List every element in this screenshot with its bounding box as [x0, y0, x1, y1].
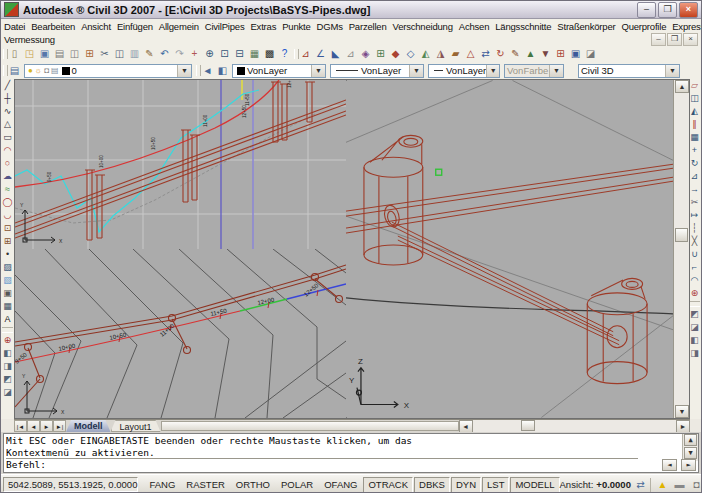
menu-express[interactable]: Express: [669, 21, 702, 32]
ellipse-arc-icon[interactable]: ◡: [1, 209, 14, 222]
alignment-icon[interactable]: ◆: [388, 47, 403, 61]
grading-icon[interactable]: ◮: [433, 47, 448, 61]
mdi-restore-button[interactable]: ❒: [667, 33, 682, 46]
tab-nav-last[interactable]: ►|: [53, 420, 66, 432]
tab-modell[interactable]: Modell: [66, 420, 111, 432]
lineweight-combo-arrow-icon[interactable]: ▼: [486, 65, 499, 77]
gradient-icon[interactable]: ▧: [1, 274, 14, 287]
layer-combo-arrow-icon[interactable]: ▼: [177, 65, 191, 77]
section-icon[interactable]: △: [463, 47, 478, 61]
profile-icon[interactable]: ◇: [403, 47, 418, 61]
surface-down-icon[interactable]: ▼: [538, 47, 553, 61]
open-icon[interactable]: ◳: [22, 47, 37, 61]
color-combo[interactable]: VonLayer ▼: [232, 64, 326, 78]
point-edit-icon[interactable]: ∠: [313, 47, 328, 61]
tool-d-icon[interactable]: ◪: [1, 386, 14, 399]
rotate-tool-icon[interactable]: ↻: [493, 47, 508, 61]
arc-icon[interactable]: ◠: [1, 144, 14, 157]
menu-längsschnitte[interactable]: Längsschnitte: [492, 21, 554, 32]
survey-icon[interactable]: ⊿: [343, 47, 358, 61]
command-scroll-down-icon[interactable]: ▼: [684, 447, 697, 459]
scroll-down-icon[interactable]: ▼: [675, 405, 689, 418]
close-button[interactable]: ×: [679, 2, 698, 18]
vertical-scroll-thumb[interactable]: [675, 228, 688, 242]
tab-nav-first[interactable]: |◄: [14, 420, 27, 432]
menu-verschneidung[interactable]: Verschneidung: [390, 21, 456, 32]
layer-states-icon[interactable]: ◧: [215, 64, 230, 78]
construction-line-icon[interactable]: ┼: [1, 92, 14, 105]
command-scroll-right-icon[interactable]: ►: [681, 459, 696, 471]
menu-extras[interactable]: Extras: [247, 21, 279, 32]
linetype-combo-arrow-icon[interactable]: ▼: [409, 65, 423, 77]
menu-punkte[interactable]: Punkte: [279, 21, 313, 32]
rectangle-icon[interactable]: ▭: [1, 131, 14, 144]
surface-icon[interactable]: ◭: [418, 47, 433, 61]
osnap-center-icon[interactable]: ⊕: [1, 334, 14, 347]
menu-allgemein[interactable]: Allgemein: [156, 21, 202, 32]
command-scrollbar[interactable]: ▲ ▼: [682, 434, 698, 461]
toggle-dbks[interactable]: DBKS: [414, 477, 450, 493]
menu-querprofile[interactable]: Querprofile: [618, 21, 669, 32]
toggle-ofang[interactable]: OFANG: [319, 477, 362, 493]
parcel-layout-icon[interactable]: ⊞: [373, 47, 388, 61]
horizontal-scrollbar[interactable]: ◄ ►: [459, 420, 690, 432]
save-icon[interactable]: ▣: [37, 47, 52, 61]
toggle-ortho[interactable]: ORTHO: [231, 477, 275, 493]
menu-datei[interactable]: Datei: [1, 21, 28, 32]
point-icon[interactable]: •: [1, 248, 14, 261]
tool-c-icon[interactable]: ◩: [1, 373, 14, 386]
report-tool-icon[interactable]: ◪: [583, 47, 598, 61]
parcel-icon[interactable]: ◈: [358, 47, 373, 61]
minimize-button[interactable]: –: [637, 2, 656, 18]
tab-layout1[interactable]: Layout1: [111, 420, 161, 432]
tab-nav-prev[interactable]: ◄: [27, 420, 40, 432]
circle-icon[interactable]: ○: [1, 157, 14, 170]
tab-nav-next[interactable]: ►: [40, 420, 53, 432]
lineweight-combo[interactable]: VonLayer ▼: [428, 64, 500, 78]
polygon-icon[interactable]: △: [1, 118, 14, 131]
zoom-window-icon[interactable]: ⊡: [217, 47, 232, 61]
tool-b-icon[interactable]: ◨: [1, 360, 14, 373]
command-scroll-left-icon[interactable]: ◄: [662, 459, 677, 471]
corridor-icon[interactable]: ▰: [448, 47, 463, 61]
pan-icon[interactable]: +: [187, 47, 202, 61]
command-history[interactable]: Mit ESC oder EINGABETASTE beenden oder r…: [6, 435, 682, 459]
table-icon[interactable]: ▦: [1, 300, 14, 313]
calculator-icon[interactable]: ▩: [262, 47, 277, 61]
toggle-otrack[interactable]: OTRACK: [363, 477, 413, 493]
coordinate-readout[interactable]: 5042.5089, 5513.1925, 0.0000: [3, 477, 138, 492]
linetype-combo[interactable]: VonLayer ▼: [330, 64, 424, 78]
revcloud-icon[interactable]: ☁: [1, 170, 14, 183]
tray-minimize-icon[interactable]: ▬: [672, 478, 687, 492]
tool-a-icon[interactable]: ◧: [1, 347, 14, 360]
menu-dgms[interactable]: DGMs: [314, 21, 346, 32]
qnew-icon[interactable]: ▯: [7, 47, 22, 61]
help-icon[interactable]: ?: [277, 47, 292, 61]
ansicht-value[interactable]: +0.0000: [596, 479, 631, 490]
mtext-icon[interactable]: A: [1, 313, 14, 326]
viewport-profile[interactable]: 9+50 10+00 10+50 11+00 11+50 12+00 12+50…: [15, 80, 347, 250]
insert-block-icon[interactable]: ⊡: [1, 222, 14, 235]
tray-warning-icon[interactable]: ▲: [655, 478, 670, 492]
region-icon[interactable]: ▣: [1, 287, 14, 300]
mdi-minimize-button[interactable]: –: [651, 33, 666, 46]
zoom-realtime-icon[interactable]: ⊕: [202, 47, 217, 61]
command-prompt[interactable]: Befehl:: [6, 458, 638, 471]
plot-icon[interactable]: ▤: [52, 47, 67, 61]
toggle-modell[interactable]: MODELL: [510, 477, 559, 493]
menu-straßenkörper[interactable]: Straßenkörper: [554, 21, 618, 32]
spline-icon[interactable]: ≈: [1, 183, 14, 196]
horizontal-scroll-thumb[interactable]: [521, 420, 535, 431]
scroll-up-icon[interactable]: ▲: [675, 80, 689, 93]
copy-clip-icon[interactable]: ◫: [112, 47, 127, 61]
toggle-raster[interactable]: RASTER: [181, 477, 230, 493]
grid-tool-icon[interactable]: ⊞: [553, 47, 568, 61]
layer-previous-icon[interactable]: ◄: [200, 64, 215, 78]
ellipse-icon[interactable]: ◯: [1, 196, 14, 209]
point-create-icon[interactable]: ⊿: [298, 47, 313, 61]
label-icon[interactable]: ✎: [508, 47, 523, 61]
menu-bearbeiten[interactable]: Bearbeiten: [28, 21, 78, 32]
cut-icon[interactable]: ✂: [97, 47, 112, 61]
menu-vermessung[interactable]: Vermessung: [1, 34, 58, 45]
layer-combo[interactable]: ● ☼ ◘ ▤ 0 ▼: [24, 64, 192, 78]
